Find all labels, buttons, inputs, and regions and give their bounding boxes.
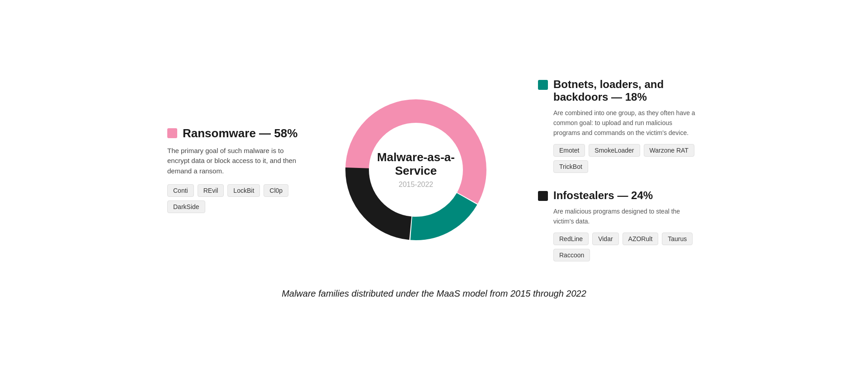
tag-item: Cl0p (264, 184, 288, 197)
right-panel: Botnets, loaders, and backdoors — 18%Are… (511, 78, 701, 262)
donut-chart: Malware-as-a- Service 2015-2022 (335, 88, 497, 251)
tag-item: Conti (167, 184, 194, 197)
tag-item: AZORult (623, 233, 659, 245)
tag-item: Taurus (662, 233, 693, 245)
ransomware-label: Ransomware — 58% (183, 126, 297, 140)
left-panel: Ransomware — 58% The primary goal of suc… (167, 126, 321, 214)
donut-svg (335, 88, 497, 251)
ransomware-desc: The primary goal of such malware is to e… (167, 146, 303, 177)
right-desc-1: Are malicious programs designed to steal… (538, 207, 701, 226)
right-dot-0 (538, 80, 548, 90)
right-title-text-1: Infostealers — 24% (553, 189, 653, 202)
right-title-0: Botnets, loaders, and backdoors — 18% (538, 78, 701, 104)
tag-item: Warzone RAT (644, 144, 694, 157)
tag-item: Raccoon (553, 249, 590, 261)
center-panel: Malware-as-a- Service 2015-2022 (321, 88, 511, 251)
tag-item: LockBit (227, 184, 260, 197)
ransomware-dot (167, 128, 177, 138)
tag-item: RedLine (553, 233, 589, 245)
tag-item: Vidar (592, 233, 618, 245)
ransomware-title: Ransomware — 58% (167, 126, 303, 140)
tag-item: TrickBot (553, 160, 588, 173)
right-section-0: Botnets, loaders, and backdoors — 18%Are… (538, 78, 701, 173)
tag-item: DarkSide (167, 200, 205, 213)
right-tags-1: RedLineVidarAZORultTaurusRaccoon (538, 233, 701, 261)
right-dot-1 (538, 191, 548, 201)
footer-caption: Malware families distributed under the M… (282, 289, 586, 299)
tag-item: Emotet (553, 144, 585, 157)
right-title-text-0: Botnets, loaders, and backdoors — 18% (553, 78, 701, 104)
right-title-1: Infostealers — 24% (538, 189, 701, 202)
right-tags-0: EmotetSmokeLoaderWarzone RATTrickBot (538, 144, 701, 173)
ransomware-tags: ContiREvilLockBitCl0pDarkSide (167, 184, 303, 213)
right-section-1: Infostealers — 24%Are malicious programs… (538, 189, 701, 261)
tag-item: REvil (198, 184, 224, 197)
main-container: Ransomware — 58% The primary goal of suc… (36, 78, 832, 262)
tag-item: SmokeLoader (589, 144, 640, 157)
right-desc-0: Are combined into one group, as they oft… (538, 108, 701, 138)
